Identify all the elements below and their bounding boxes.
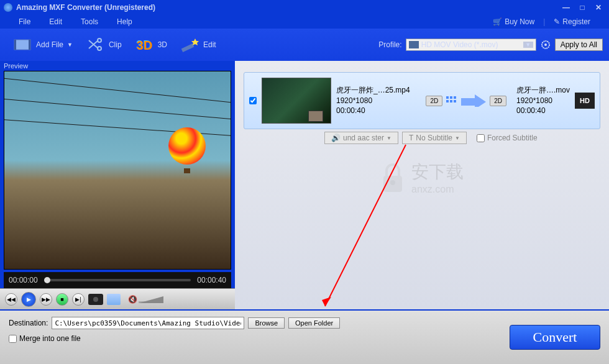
menu-edit[interactable]: Edit (49, 17, 62, 26)
3d-label: 3D (158, 40, 167, 49)
file-item[interactable]: 虎牙一胖炸_…25.mp4 1920*1080 00:00:40 2D 2D 虎… (244, 72, 600, 129)
svg-marker-10 (139, 296, 163, 303)
profile-label: Profile: (378, 40, 401, 49)
preview-video[interactable] (4, 71, 231, 270)
close-button[interactable]: ✕ (592, 2, 605, 12)
apply-to-all-button[interactable]: Apply to All (555, 39, 603, 51)
open-snapshot-folder-button[interactable] (107, 294, 121, 305)
snapshot-button[interactable] (88, 294, 103, 305)
next-button[interactable]: ▶▶ (40, 293, 52, 306)
forced-subtitle-checkbox[interactable] (477, 134, 485, 142)
preview-pane: Preview 00:00:00 00:00:40 ◀◀ ▶ ▶▶ ■ ▶| 🔇 (0, 61, 235, 309)
source-resolution: 1920*1080 (336, 96, 410, 106)
watermark-main: 安下载 (411, 160, 464, 184)
audio-track-select[interactable]: 🔊 und aac ster ▼ (324, 132, 398, 144)
svg-rect-11 (446, 96, 449, 99)
menu-file[interactable]: File (19, 17, 30, 26)
prev-button[interactable]: ◀◀ (5, 293, 17, 306)
toolbar: Add File ▼ Clip 3D 3D Edit Profile: HD M… (0, 29, 609, 61)
svg-rect-14 (446, 100, 449, 102)
convert-button[interactable]: Convert (510, 325, 600, 350)
merge-checkbox[interactable] (9, 335, 17, 343)
speaker-icon: 🔊 (331, 134, 341, 142)
dropdown-arrow-icon: ▼ (67, 42, 73, 48)
add-file-label: Add File (36, 40, 63, 49)
lock-icon (380, 162, 405, 193)
svg-point-19 (390, 180, 395, 185)
app-icon (4, 3, 12, 12)
footer: Destination: Browse Open Folder Merge in… (0, 309, 609, 364)
merge-label: Merge into one file (19, 334, 81, 343)
pen-icon (554, 17, 560, 26)
step-fwd-button[interactable]: ▶| (72, 293, 85, 306)
add-file-button[interactable]: Add File ▼ (6, 34, 79, 56)
content-area: Preview 00:00:00 00:00:40 ◀◀ ▶ ▶▶ ■ ▶| 🔇 (0, 61, 609, 309)
edit-button[interactable]: Edit (173, 34, 222, 56)
svg-rect-1 (14, 40, 16, 50)
menu-help[interactable]: Help (117, 17, 132, 26)
destination-input[interactable] (52, 317, 244, 329)
svg-point-4 (98, 47, 101, 50)
arrow-right-icon (461, 94, 486, 107)
register-link[interactable]: Register (554, 17, 590, 26)
source-duration: 00:00:40 (336, 106, 410, 116)
dropdown-arrow-icon: ▼ (455, 135, 460, 141)
play-button[interactable]: ▶ (21, 292, 36, 307)
buy-now-label: Buy Now (505, 17, 534, 26)
maximize-button[interactable]: □ (575, 2, 589, 12)
cart-icon (493, 17, 502, 26)
time-total: 00:00:40 (197, 276, 226, 284)
subtitle-select[interactable]: T No Subtitle ▼ (402, 132, 467, 144)
destination-label: Destination: (9, 319, 48, 327)
file-list-pane: 虎牙一胖炸_…25.mp4 1920*1080 00:00:40 2D 2D 虎… (235, 61, 609, 309)
profile-select[interactable]: HD MOV Video (*.mov) ▼ (406, 39, 536, 51)
file-checkbox[interactable] (249, 97, 257, 104)
target-info: 虎牙一胖….mov 1920*1080 00:00:40 (516, 85, 570, 116)
svg-rect-15 (450, 100, 452, 102)
svg-rect-12 (450, 96, 452, 99)
3d-button[interactable]: 3D 3D (128, 34, 173, 56)
subtitle-row: 🔊 und aac ster ▼ T No Subtitle ▼ Forced … (244, 129, 600, 144)
seek-thumb[interactable] (44, 277, 50, 283)
wand-icon (180, 36, 199, 53)
balloon-graphic (168, 127, 206, 174)
grid-icon (446, 96, 457, 105)
hd-badge: HD (575, 93, 595, 109)
target-filename: 虎牙一胖….mov (516, 85, 570, 96)
edit-label: Edit (203, 40, 216, 49)
svg-rect-16 (454, 100, 456, 102)
dropdown-arrow-icon: ▼ (523, 42, 533, 48)
text-icon: T (409, 134, 413, 142)
target-2d-badge: 2D (490, 96, 506, 106)
window-title: Amazing MXF Converter (Unregistered) (16, 3, 559, 12)
minimize-button[interactable]: — (559, 2, 573, 12)
buy-now-link[interactable]: Buy Now (493, 17, 534, 26)
svg-rect-2 (29, 40, 30, 50)
mov-format-icon (409, 41, 419, 48)
stop-button[interactable]: ■ (56, 293, 68, 306)
open-folder-button[interactable]: Open Folder (288, 317, 340, 329)
clip-label: Clip (109, 40, 122, 49)
source-filename: 虎牙一胖炸_…25.mp4 (336, 85, 410, 96)
file-thumbnail[interactable] (262, 78, 331, 124)
scissors-icon (85, 36, 105, 53)
svg-marker-21 (322, 297, 331, 306)
browse-button[interactable]: Browse (248, 317, 285, 329)
clip-button[interactable]: Clip (79, 34, 128, 56)
settings-button[interactable] (540, 39, 551, 50)
svg-rect-5 (181, 43, 195, 52)
player-controls: ◀◀ ▶ ▶▶ ■ ▶| 🔇 (0, 288, 235, 309)
forced-subtitle-toggle[interactable]: Forced Subtitle (470, 132, 544, 144)
titlebar: Amazing MXF Converter (Unregistered) — □… (0, 0, 609, 15)
svg-point-8 (544, 43, 547, 46)
dropdown-arrow-icon: ▼ (387, 135, 392, 141)
menu-tools[interactable]: Tools (81, 17, 98, 26)
volume-control[interactable]: 🔇 (128, 295, 163, 304)
source-info: 虎牙一胖炸_…25.mp4 1920*1080 00:00:40 (336, 85, 410, 116)
target-resolution: 1920*1080 (516, 96, 570, 106)
source-2d-badge: 2D (426, 96, 442, 106)
forced-subtitle-label: Forced Subtitle (487, 134, 538, 142)
seek-track[interactable] (44, 279, 191, 281)
profile-value: HD MOV Video (*.mov) (421, 40, 498, 49)
playback-progress: 00:00:00 00:00:40 (4, 272, 231, 288)
